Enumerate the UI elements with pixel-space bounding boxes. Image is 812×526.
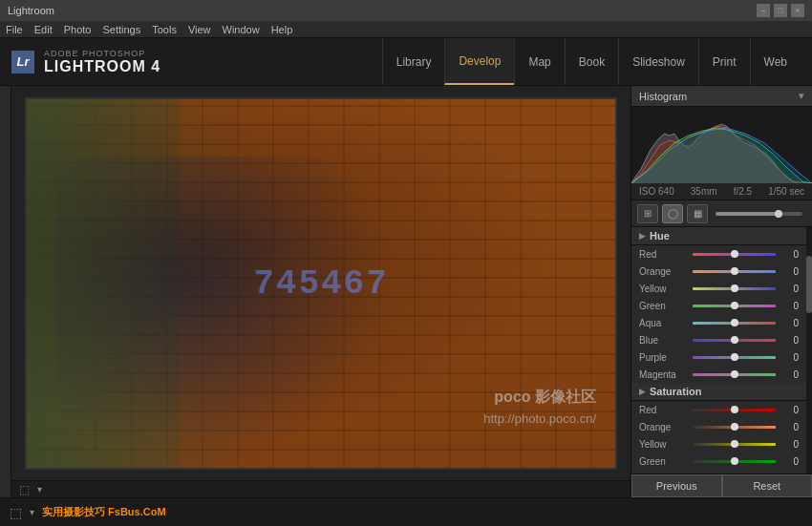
tab-book[interactable]: Book <box>565 38 618 85</box>
sat-red-row: Red 0 <box>631 401 806 418</box>
histogram-dropdown-icon[interactable]: ▾ <box>799 90 804 102</box>
hue-yellow-value: 0 <box>780 284 799 294</box>
tool-strip: ⊞ ◯ ▦ <box>631 200 812 227</box>
tab-develop[interactable]: Develop <box>444 38 514 85</box>
sat-red-thumb[interactable] <box>731 406 738 413</box>
hsl-panel: ▶ Hue Red 0 Orange <box>631 227 806 473</box>
menu-item-photo[interactable]: Photo <box>64 24 92 35</box>
menu-item-view[interactable]: View <box>188 24 211 35</box>
sat-green-track[interactable] <box>693 460 776 463</box>
hue-yellow-thumb[interactable] <box>731 284 738 292</box>
grid-tool[interactable]: ⊞ <box>637 204 658 223</box>
filmstrip: ⬚ ▾ <box>11 480 630 497</box>
focal-info: 35mm <box>691 186 717 197</box>
tab-print[interactable]: Print <box>698 38 750 85</box>
camera-info: ISO 640 35mm f/2.5 1/50 sec <box>631 183 812 200</box>
hue-green-label: Green <box>639 301 689 311</box>
previous-button[interactable]: Previous <box>631 474 722 497</box>
tab-web[interactable]: Web <box>750 38 801 85</box>
adjust-tool[interactable]: ▦ <box>687 204 708 223</box>
sat-green-thumb[interactable] <box>731 457 738 465</box>
sat-orange-track[interactable] <box>693 426 776 429</box>
hue-aqua-thumb[interactable] <box>731 319 738 326</box>
sat-yellow-label: Yellow <box>639 439 689 450</box>
scrollbar-thumb[interactable] <box>806 256 812 313</box>
hue-purple-track[interactable] <box>693 356 776 359</box>
sat-red-label: Red <box>639 405 689 415</box>
sat-orange-value: 0 <box>780 422 799 432</box>
hue-red-value: 0 <box>780 249 799 260</box>
histogram-label: Histogram <box>639 91 687 102</box>
hue-blue-row: Blue 0 <box>631 331 806 348</box>
right-scroll-outer: ▶ Hue Red 0 Orange <box>631 227 812 473</box>
hue-yellow-track[interactable] <box>693 287 776 290</box>
header: Lr ADOBE PHOTOSHOP LIGHTROOM 4 Library D… <box>0 38 812 86</box>
sat-red-value: 0 <box>780 405 799 415</box>
sat-orange-thumb[interactable] <box>731 423 738 431</box>
poco-url: http://photo.poco.cn/ <box>483 410 596 430</box>
right-scrollbar[interactable] <box>806 227 812 473</box>
hue-purple-row: Purple 0 <box>631 348 806 366</box>
hue-purple-label: Purple <box>639 352 689 363</box>
hue-toggle[interactable]: ▶ <box>639 231 646 241</box>
photo-area: 745467 poco 影像社区 http://photo.poco.cn/ <box>11 86 630 480</box>
restore-button[interactable]: □ <box>774 4 787 17</box>
hue-red-label: Red <box>639 249 689 260</box>
menu-item-tools[interactable]: Tools <box>152 24 177 35</box>
minimize-button[interactable]: − <box>757 4 770 17</box>
hue-blue-track[interactable] <box>693 339 776 342</box>
sat-yellow-thumb[interactable] <box>731 440 738 448</box>
sat-yellow-value: 0 <box>780 439 799 450</box>
menu-item-window[interactable]: Window <box>223 24 260 35</box>
tool-slider[interactable] <box>716 212 802 216</box>
hue-green-thumb[interactable] <box>731 302 738 309</box>
menu-item-edit[interactable]: Edit <box>34 24 53 35</box>
hue-purple-thumb[interactable] <box>731 353 738 361</box>
view-icon[interactable]: ⬚ <box>10 505 22 520</box>
poco-watermark: poco 影像社区 http://photo.poco.cn/ <box>483 385 596 429</box>
hue-aqua-track[interactable] <box>693 322 776 325</box>
hue-purple-value: 0 <box>780 352 799 363</box>
menubar: FileEditPhotoSettingsToolsViewWindowHelp <box>0 21 812 38</box>
sat-toggle[interactable]: ▶ <box>639 387 646 396</box>
hue-magenta-track[interactable] <box>693 373 776 376</box>
close-button[interactable]: × <box>791 4 804 17</box>
hue-green-value: 0 <box>780 301 799 311</box>
sat-red-track[interactable] <box>693 409 776 411</box>
filmstrip-dropdown[interactable]: ▾ <box>37 484 42 494</box>
hue-blue-thumb[interactable] <box>731 336 738 344</box>
sat-orange-row: Orange 0 <box>631 418 806 435</box>
histogram-canvas <box>631 107 812 183</box>
hue-magenta-label: Magenta <box>639 369 689 380</box>
center-panel: 745467 poco 影像社区 http://photo.poco.cn/ ⬚… <box>11 86 630 497</box>
sat-yellow-track[interactable] <box>693 443 776 446</box>
sat-orange-label: Orange <box>639 422 689 432</box>
hue-magenta-row: Magenta 0 <box>631 366 806 383</box>
menu-item-help[interactable]: Help <box>271 24 293 35</box>
menu-item-settings[interactable]: Settings <box>102 24 140 35</box>
tab-map[interactable]: Map <box>514 38 564 85</box>
hue-orange-track[interactable] <box>693 270 776 273</box>
aperture-info: f/2.5 <box>734 186 752 197</box>
hue-orange-value: 0 <box>780 266 799 277</box>
hue-green-track[interactable] <box>693 305 776 307</box>
tab-slideshow[interactable]: Slideshow <box>618 38 698 85</box>
window-controls: − □ × <box>757 4 804 17</box>
hue-red-thumb[interactable] <box>731 250 738 258</box>
sat-green-value: 0 <box>780 456 799 467</box>
tab-library[interactable]: Library <box>382 38 445 85</box>
view-dropdown[interactable]: ▾ <box>30 507 34 517</box>
circle-tool[interactable]: ◯ <box>662 204 683 223</box>
hue-magenta-thumb[interactable] <box>731 370 738 378</box>
hue-yellow-label: Yellow <box>639 284 689 294</box>
menu-item-file[interactable]: File <box>6 24 23 35</box>
reset-button[interactable]: Reset <box>722 474 813 497</box>
hue-red-track[interactable] <box>693 253 776 256</box>
sat-green-row: Green 0 <box>631 452 806 470</box>
hue-orange-thumb[interactable] <box>731 267 738 275</box>
filmstrip-icon[interactable]: ⬚ <box>19 483 30 496</box>
bottom-info: 实用摄影技巧 FsBus.CoM <box>42 505 166 519</box>
hue-green-row: Green 0 <box>631 297 806 314</box>
hue-magenta-value: 0 <box>780 369 799 380</box>
titlebar: Lightroom − □ × <box>0 0 812 21</box>
